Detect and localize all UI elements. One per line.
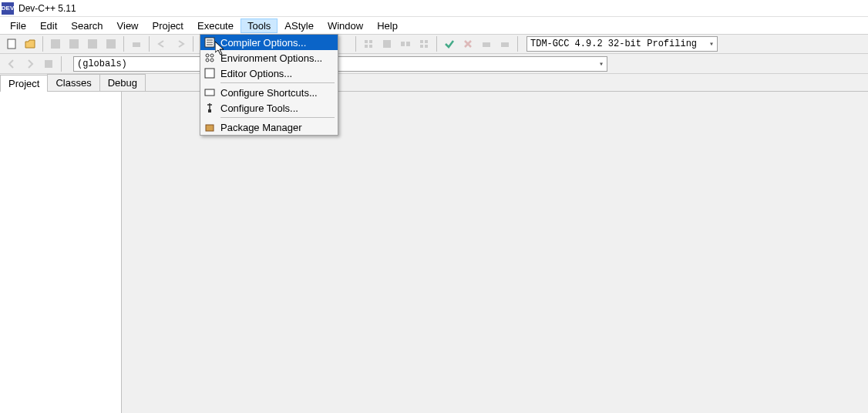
svg-rect-18 — [501, 42, 509, 47]
menu-label: Package Manager — [220, 122, 302, 133]
titlebar: DEV Dev-C++ 5.11 — [0, 0, 868, 17]
svg-rect-10 — [383, 40, 391, 48]
project-sidebar — [0, 92, 122, 413]
svg-rect-31 — [206, 125, 214, 131]
tab-project[interactable]: Project — [0, 75, 48, 92]
menu-configure-tools[interactable]: Configure Tools... — [200, 100, 338, 116]
save-button[interactable] — [47, 35, 64, 52]
toolbar-separator — [193, 36, 193, 52]
close-button[interactable] — [103, 35, 119, 52]
svg-rect-17 — [483, 42, 490, 47]
svg-point-26 — [206, 59, 209, 62]
svg-rect-28 — [205, 69, 214, 78]
bookmark-button[interactable] — [40, 55, 57, 72]
editor-area — [122, 92, 868, 413]
compile-button[interactable] — [360, 35, 377, 52]
tab-debug[interactable]: Debug — [99, 74, 146, 91]
svg-rect-7 — [369, 40, 372, 43]
globals-value: (globals) — [77, 59, 127, 69]
stop-button[interactable] — [459, 35, 476, 52]
svg-rect-9 — [369, 45, 372, 48]
toolbar-separator — [42, 36, 43, 52]
menu-configure-shortcuts[interactable]: Configure Shortcuts... — [200, 85, 338, 100]
compile-run-button[interactable] — [397, 35, 414, 52]
menu-label: Configure Tools... — [220, 102, 298, 114]
undo-button[interactable] — [153, 35, 170, 52]
save-as-button[interactable] — [84, 35, 101, 52]
rebuild-button[interactable] — [415, 35, 432, 52]
package-manager-icon — [204, 121, 216, 133]
menu-compiler-options[interactable]: Compiler Options... — [200, 35, 338, 50]
profile-button[interactable] — [478, 35, 495, 52]
menu-help[interactable]: Help — [370, 18, 405, 33]
menubar: File Edit Search View Project Execute To… — [0, 17, 868, 34]
open-file-button[interactable] — [22, 35, 39, 52]
menu-label: Compiler Options... — [220, 37, 306, 49]
menu-label: Configure Shortcuts... — [220, 87, 318, 99]
toolbar-separator — [436, 36, 437, 52]
new-file-button[interactable] — [3, 35, 20, 52]
svg-rect-29 — [205, 89, 214, 96]
toolbar-separator — [149, 36, 150, 52]
svg-rect-4 — [106, 39, 116, 49]
shortcuts-icon — [204, 86, 216, 99]
print-button[interactable] — [128, 35, 145, 52]
menu-execute[interactable]: Execute — [190, 18, 241, 33]
window-title: Dev-C++ 5.11 — [19, 3, 76, 14]
chevron-down-icon: ▾ — [599, 59, 604, 69]
compiler-dropdown[interactable]: TDM-GCC 4.9.2 32-bit Profiling ▾ — [527, 36, 718, 52]
svg-rect-6 — [365, 40, 368, 43]
menu-project[interactable]: Project — [146, 18, 190, 33]
forward-button[interactable] — [22, 55, 39, 72]
app-icon: DEV — [2, 2, 14, 15]
menu-environment-options[interactable]: Environment Options... — [200, 50, 338, 65]
toolbar-nav: (globals) ▾ — [0, 54, 868, 74]
sidebar-tabs: Project Classes Debug — [0, 74, 868, 92]
environment-options-icon — [204, 52, 216, 64]
svg-point-27 — [210, 59, 214, 62]
svg-rect-12 — [406, 42, 410, 46]
svg-rect-5 — [133, 42, 140, 47]
svg-rect-2 — [69, 39, 79, 49]
toolbar-main: TDM-GCC 4.9.2 32-bit Profiling ▾ — [0, 34, 868, 54]
debug-button[interactable] — [441, 35, 458, 52]
svg-rect-1 — [51, 39, 60, 49]
toolbar-separator — [123, 36, 124, 52]
menu-search[interactable]: Search — [64, 18, 109, 33]
menu-file[interactable]: File — [3, 18, 33, 33]
svg-rect-15 — [420, 45, 423, 48]
back-button[interactable] — [3, 55, 20, 72]
tab-classes[interactable]: Classes — [47, 74, 99, 91]
menu-label: Editor Options... — [220, 68, 292, 79]
tools-icon — [204, 102, 216, 114]
compiler-options-icon — [204, 36, 216, 49]
svg-rect-19 — [45, 60, 52, 68]
save-all-button[interactable] — [66, 35, 82, 52]
run-button[interactable] — [378, 35, 395, 52]
menu-edit[interactable]: Edit — [33, 18, 64, 33]
menu-editor-options[interactable]: Editor Options... — [200, 65, 338, 81]
menu-astyle[interactable]: AStyle — [278, 18, 321, 33]
globals-dropdown[interactable]: (globals) ▾ — [73, 56, 607, 72]
svg-point-24 — [206, 54, 209, 57]
svg-point-25 — [210, 54, 214, 57]
svg-rect-14 — [425, 40, 428, 43]
menu-tools[interactable]: Tools — [241, 18, 278, 33]
tools-dropdown: Compiler Options... Environment Options.… — [200, 34, 338, 136]
menu-separator — [220, 117, 335, 118]
svg-rect-16 — [425, 45, 428, 48]
profile-analysis-button[interactable] — [496, 35, 513, 52]
menu-package-manager[interactable]: Package Manager — [200, 119, 338, 135]
menu-window[interactable]: Window — [321, 18, 370, 33]
content-area — [0, 92, 868, 413]
svg-rect-0 — [8, 39, 15, 49]
svg-rect-13 — [420, 40, 423, 43]
svg-rect-3 — [88, 39, 97, 49]
compiler-value: TDM-GCC 4.9.2 32-bit Profiling — [530, 39, 697, 49]
redo-button[interactable] — [172, 35, 189, 52]
menu-view[interactable]: View — [110, 18, 146, 33]
svg-rect-11 — [401, 42, 405, 46]
svg-rect-30 — [208, 109, 211, 112]
chevron-down-icon: ▾ — [709, 39, 714, 49]
toolbar-separator — [61, 56, 62, 72]
